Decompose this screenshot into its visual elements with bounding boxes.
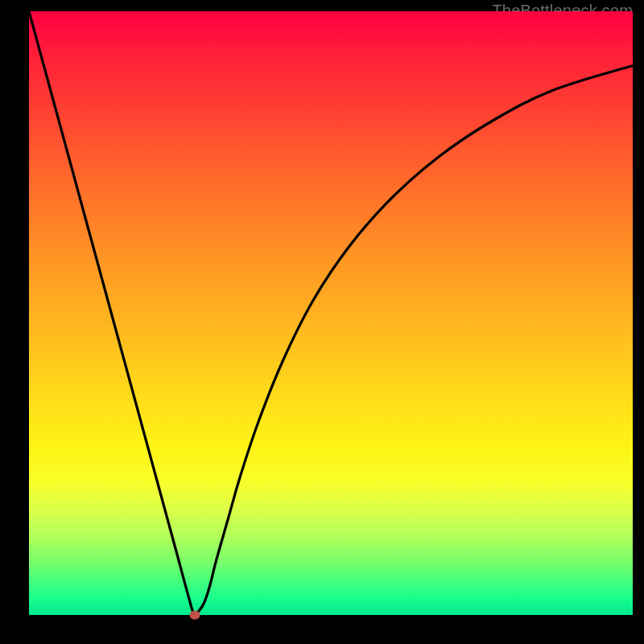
minimum-marker	[190, 611, 200, 620]
curve-path	[29, 11, 633, 617]
plot-area	[29, 11, 633, 615]
chart-stage: TheBottleneck.com	[0, 0, 644, 644]
bottleneck-curve	[29, 11, 633, 615]
